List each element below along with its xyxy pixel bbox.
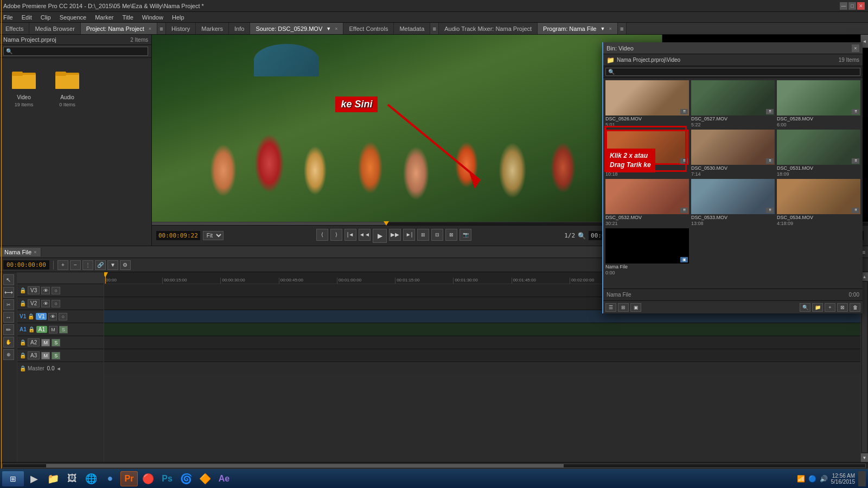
project-item-audio[interactable]: Audio 0 Items [51,66,84,107]
tool-razor[interactable]: ✂ [3,299,14,310]
tab-info[interactable]: Info [229,23,250,34]
bin-delete-btn[interactable]: 🗑 [850,303,860,312]
timeline-timecode[interactable]: 00:00:00:00 [3,260,49,269]
tool-select[interactable]: ↖ [3,274,14,285]
bin-item-dsc0533[interactable]: ⠿ DSC_0533.MOV 13:08 [691,179,775,226]
bin-search-input[interactable] [605,68,860,76]
tab-markers[interactable]: Markers [196,23,229,34]
bin-new-bin-btn[interactable]: 📁 [812,303,823,312]
bin-item-dsc0532[interactable]: ⠿ DSC_0532.MOV 30:21 [605,179,689,226]
taskbar-app-app2[interactable]: 🔴 [139,471,157,486]
panel-menu-btn[interactable]: ≡ [157,23,166,34]
track-s-a3[interactable]: S [52,352,60,359]
bin-automate-btn[interactable]: ⊠ [837,303,848,312]
tab-project[interactable]: Project: Nama Project × [81,23,157,34]
track-row-a3[interactable] [104,349,860,362]
source-step-fwd-btn[interactable]: ▶▶ [389,229,401,241]
tab-effects[interactable]: Effects [0,23,29,34]
track-sync-v3[interactable]: ○ [52,287,60,294]
taskbar-app-explorer[interactable]: 📁 [44,471,62,486]
tab-audio-mixer[interactable]: Audio Track Mixer: Nama Project [439,23,538,34]
tl-linked-btn[interactable]: 🔗 [95,260,106,270]
window-controls[interactable]: — □ ✕ [840,2,865,10]
bin-new-item-btn[interactable]: + [825,303,835,312]
project-search[interactable] [3,47,148,56]
taskbar-app-firefox[interactable]: 🌐 [82,471,100,486]
taskbar-clock[interactable]: 12:56 AM 5/16/2015 [831,473,856,485]
menu-help[interactable]: Help [171,14,186,21]
source-progress-bar[interactable] [152,222,662,225]
taskbar-app-photoshop[interactable]: Ps [158,471,176,486]
source-overwrite-btn[interactable]: ⊟ [431,229,443,241]
source-goto-out-btn[interactable]: ►| [403,229,415,241]
tray-network-icon[interactable]: 📶 [797,475,805,483]
bin-item-dsc0530[interactable]: ⠿ DSC_0530.MOV 7:14 [691,130,775,177]
tab-source-dropdown[interactable]: ▼ [326,26,331,31]
track-name-v2[interactable]: V2 [28,299,40,307]
source-goto-in-btn[interactable]: |◄ [344,229,356,241]
track-s-a2[interactable]: S [52,339,60,346]
taskbar-app-photos[interactable]: 🖼 [63,471,81,486]
taskbar-app-mediaplayer[interactable]: ▶ [25,471,43,486]
tl-add-track-btn[interactable]: + [58,260,68,270]
track-eye-v3[interactable]: 👁 [41,287,50,294]
timeline-tab-namafile[interactable]: Nama File × [0,248,41,256]
track-row-a1[interactable] [104,323,860,336]
program-panel-menu-btn[interactable]: ≡ [618,23,627,34]
track-m-a2[interactable]: M [41,339,50,346]
bin-thumb-view-btn[interactable]: ▣ [630,303,641,312]
source-mark-out-btn[interactable]: ⟩ [330,229,342,241]
tab-metadata[interactable]: Metadata [394,23,430,34]
tab-project-close[interactable]: × [149,26,151,31]
show-desktop-btn[interactable] [858,471,866,486]
project-item-video[interactable]: Video 19 Items [8,66,40,107]
source-play-btn[interactable]: ▶ [373,229,387,243]
bin-item-dsc0534[interactable]: ⠿ DSC_0534.MOV 4:18:09 [777,179,860,226]
tab-program[interactable]: Program: Nama File ▼ × [538,23,618,34]
menu-title[interactable]: Title [121,14,134,21]
bin-list-view-btn[interactable]: ☰ [605,303,616,312]
source-cam-btn[interactable]: 📷 [459,229,471,241]
menu-marker[interactable]: Marker [94,14,114,21]
tool-zoom[interactable]: ⊕ [3,349,14,360]
minimize-button[interactable]: — [840,2,847,10]
taskbar-app-app4[interactable]: 🔶 [196,471,214,486]
bin-item-dsc0528[interactable]: ⠿ DSC_0528.MOV 6:00 [777,80,860,127]
source-mark-in-btn[interactable]: ⟨ [316,229,328,241]
menu-clip[interactable]: Clip [40,14,52,21]
track-eye-v1[interactable]: 👁 [48,313,57,320]
track-name-a2[interactable]: A2 [28,338,40,346]
tab-media-browser[interactable]: Media Browser [29,23,80,34]
tl-snap-btn[interactable]: ⋮ [82,260,93,270]
source-insert-btn[interactable]: ⊞ [417,229,429,241]
tab-effect-controls[interactable]: Effect Controls [343,23,394,34]
tab-program-dropdown[interactable]: ▼ [600,26,605,31]
hscroll-thumb[interactable] [46,464,564,467]
track-sync-v1[interactable]: ○ [59,313,67,320]
tab-program-close[interactable]: × [609,26,611,31]
taskbar-app-chrome[interactable]: ● [101,471,119,486]
bin-item-dsc0531[interactable]: ⠿ DSC_0531.MOV 18:09 [777,130,860,177]
close-button[interactable]: ✕ [857,2,865,10]
tool-pen[interactable]: ✏ [3,324,14,335]
source-panel-menu-btn[interactable]: ≡ [430,23,439,34]
tool-slip[interactable]: ↔ [3,312,14,323]
tl-remove-track-btn[interactable]: − [70,260,81,270]
tl-settings-btn[interactable]: ⚙ [120,260,131,270]
tool-ripple[interactable]: ⟷ [3,287,14,298]
menu-window[interactable]: Window [141,14,164,21]
master-knob[interactable]: ◄ [56,366,61,371]
menu-edit[interactable]: Edit [21,14,33,21]
tab-source[interactable]: Source: DSC_0529.MOV ▼ × [250,23,343,34]
track-sync-v2[interactable]: ○ [52,300,60,307]
tool-hand[interactable]: ✋ [3,337,14,348]
source-step-back-btn[interactable]: ◄◄ [359,229,371,241]
bin-search-btn[interactable]: 🔍 [800,303,810,312]
tab-source-close[interactable]: × [335,26,337,31]
source-export-btn[interactable]: ⊠ [445,229,457,241]
tray-volume-icon[interactable]: 🔊 [820,475,828,483]
timeline-tab-close[interactable]: × [34,249,36,255]
timeline-hscroll[interactable] [0,462,868,468]
track-name-a1-active[interactable]: A1 [36,326,47,333]
track-name-a3[interactable]: A3 [28,351,40,359]
